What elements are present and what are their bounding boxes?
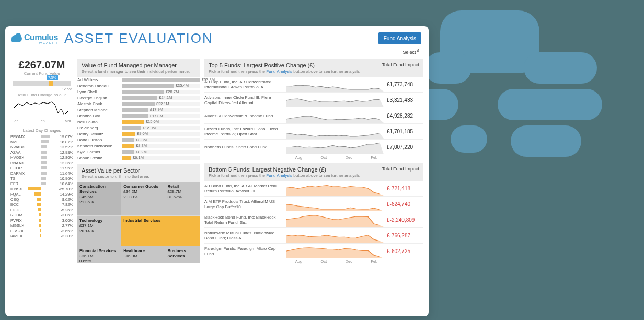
manager-row[interactable]: Stephen Mclane£17.9M [77,107,200,113]
sector-sub: Select a sector to drill in to that area… [82,174,196,179]
day-change-row[interactable]: PVFIX-3.00% [10,218,73,223]
fund-row[interactable]: Nationwide Mutual Funds: Nationwide Bond… [204,228,423,244]
brand-name: Cumulus [24,33,58,42]
manager-row[interactable]: Dana Guston£8.3M [77,137,200,143]
manager-row[interactable]: Shaun Restic£6.1M [77,155,200,162]
day-change-row[interactable]: CCOR11.95% [10,165,73,170]
day-change-row[interactable]: IENSX-25.78% [10,186,73,191]
top-funds-list: AB Cap Fund, Inc: AB Concentrated Intern… [204,77,423,155]
change-sparkline [10,97,73,118]
day-change-row[interactable]: ECC-7.82% [10,202,73,207]
sector-title: Asset Value per Sector [82,167,196,174]
managers-sub: Select a fund manager to see their indiv… [82,69,196,74]
bottom-funds-title: Bottom 5 Funds: Largest Negative Change … [209,166,360,173]
fund-row[interactable]: BlackRock Bond Fund, Inc: BlackRock Tota… [204,212,423,228]
manager-row[interactable]: Kyle Harmel£8.2M [77,149,200,155]
sector-healthcare[interactable]: Healthcare£16.0M [121,246,165,263]
current-fund-value: £267.07M [10,59,73,71]
sector-tech[interactable]: Technology£37.1M20.14% [77,216,121,246]
cloud-icon [12,35,22,42]
day-change-row[interactable]: HVOSX12.80% [10,155,73,160]
day-change-row[interactable]: BNAAX12.36% [10,160,73,165]
sector-highlight-spacer[interactable] [165,216,200,246]
day-change-row[interactable]: CSQ-8.62% [10,197,73,202]
bottom-funds-list: AB Bond Fund, Inc: AB All Market Real Re… [204,181,423,259]
fund-row[interactable]: Paradigm Funds: Paradigm Micro-Cap Fund£… [204,244,423,259]
top-funds-title: Top 5 Funds: Largest Positive Change (£) [209,62,360,68]
select-row[interactable]: Select £ [5,47,429,55]
manager-row[interactable]: Brianna Bird£17.8M [77,113,200,119]
fund-row[interactable]: Lazard Funds, Inc: Lazard Global Fixed I… [204,124,423,140]
fund-analysis-button[interactable]: Fund Analysis [378,32,421,44]
page-title: ASSET EVALUATION [64,30,378,47]
logo: Cumulus WEALTH [12,33,58,44]
day-change-row[interactable]: DARMX11.64% [10,170,73,176]
day-change-row[interactable]: PRGMX19.07% [10,134,73,139]
manager-row[interactable]: Art Withers£53.3M [77,77,200,83]
decor-blob [498,89,602,120]
change-badge: 7.5% [47,75,58,80]
decor-blob [524,52,597,84]
day-change-row[interactable]: CSSZX-2.65% [10,228,73,233]
day-change-row[interactable]: FQAL-14.29% [10,191,73,197]
managers-list: Art Withers£53.3MDeborah Landau£35.4MLyn… [77,77,200,161]
topbar: Cumulus WEALTH ASSET EVALUATION Fund Ana… [5,26,429,47]
day-change-row[interactable]: IAMFX-2.38% [10,233,73,238]
day-change-row[interactable]: EFR10.64% [10,181,73,186]
fund-row[interactable]: Northern Funds: Short Bond Fund£7,007,22… [204,140,423,155]
manager-row[interactable]: Kenneth Nicholson£8.3M [77,143,200,150]
manager-row[interactable]: Alastair Cook£22.1M [77,101,200,107]
change-scale: 7.5% 12.5% [13,81,71,86]
decor-blob [424,52,472,84]
manager-row[interactable]: Georgie English£24.1M [77,95,200,101]
sector-consumer[interactable]: Consumer Goods£34.2M20.39% [121,182,165,215]
current-fund-value-label: Current Fund Value [10,71,73,76]
sector-financial[interactable]: Financial Services£36.1M0.65% [77,246,121,263]
manager-row[interactable]: Deborah Landau£35.4M [77,83,200,89]
day-change-row[interactable]: MGSLX-2.77% [10,223,73,228]
fund-row[interactable]: AB Cap Fund, Inc: AB Concentrated Intern… [204,77,423,93]
fund-row[interactable]: AIM ETF Products Trust: AllianzIM US Lar… [204,197,423,212]
sector-business[interactable]: Business Services [165,246,200,263]
manager-row[interactable]: Lynn Shell£28.7M [77,89,200,95]
left-column: £267.07M Current Fund Value 7.5% 12.5% T… [10,59,73,308]
fund-row[interactable]: AB Bond Fund, Inc: AB All Market Real Re… [204,181,423,197]
sector-construction[interactable]: Construction Services£45.6M21.36% [77,182,121,215]
fund-row[interactable]: AllianzGI Convertible & Income Fund£4,92… [204,108,423,124]
impact-header: Total Fund Impact [382,62,419,67]
treemap[interactable]: Construction Services£45.6M21.36% Consum… [77,182,200,263]
middle-column: Value of Fund Managed per Manager Select… [77,59,200,308]
day-change-row[interactable]: RODM-3.06% [10,212,73,218]
sector-industrial[interactable]: Industrial Services [121,216,165,246]
right-column: Top 5 Funds: Largest Positive Change (£)… [204,59,423,308]
day-change-row[interactable]: AZAA12.98% [10,150,73,155]
day-change-row[interactable]: KMF16.87% [10,139,73,144]
day-change-row[interactable]: NWABX13.52% [10,144,73,150]
latest-day-list: PRGMX19.07%KMF16.87%NWABX13.52%AZAA12.98… [10,134,73,238]
manager-row[interactable]: Neil Palato£15.0M [77,119,200,125]
dashboard-card: Cumulus WEALTH ASSET EVALUATION Fund Ana… [5,26,429,316]
decor-blob [451,125,487,153]
day-change-row[interactable]: TSI10.96% [10,176,73,181]
managers-title: Value of Fund Managed per Manager [82,62,196,68]
decor-blob [511,125,581,157]
select-label: Select [403,50,416,55]
latest-day-title: Latest Day Changes [10,128,73,133]
manager-row[interactable]: Oz Zinberg£12.9M [77,125,200,131]
sector-retail[interactable]: Retail£28.7M31.67% [165,182,200,215]
manager-row[interactable]: Henry Schultz£9.0M [77,131,200,138]
day-change-row[interactable]: OGIG-5.26% [10,207,73,212]
change-label: Total Fund Change as a % [10,93,73,97]
fund-row[interactable]: Advisors' Inner Circle Fund III: Fiera C… [204,93,423,108]
